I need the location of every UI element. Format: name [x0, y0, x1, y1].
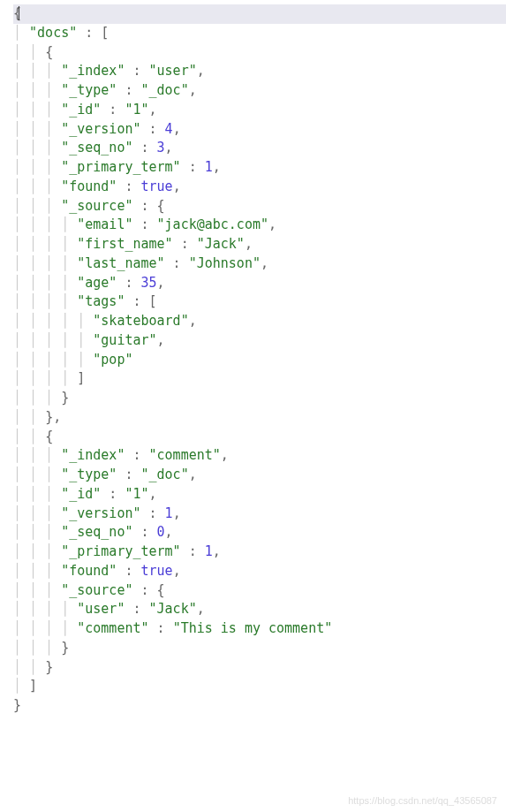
token-brace: ] [29, 678, 37, 694]
token-brace: [ [101, 25, 109, 41]
token-pad: │ │ │ │ [13, 255, 77, 271]
code-line: │ │ │ "_version" : 1, [13, 505, 506, 524]
token-str: "comment" [149, 447, 221, 463]
token-pad: │ │ │ [13, 486, 61, 502]
code-line: │ │ │ } [13, 389, 506, 408]
token-pad: │ │ │ │ │ [13, 332, 93, 348]
token-punct: , [213, 543, 221, 559]
token-num: 1 [205, 543, 213, 559]
token-key: "_primary_term" [61, 543, 180, 559]
token-punct: : [125, 63, 148, 79]
token-brace: { [45, 44, 53, 60]
text-cursor [19, 6, 19, 20]
token-pad: │ │ │ [13, 390, 61, 406]
token-pad: │ │ │ │ [13, 275, 77, 291]
token-punct: : [125, 447, 148, 463]
token-punct: , [173, 505, 181, 521]
code-line: │ │ │ "_primary_term" : 1, [13, 543, 506, 562]
code-line: │ │ │ │ "user" : "Jack", [13, 600, 506, 619]
token-num: 4 [165, 121, 173, 137]
token-pad: │ │ │ │ │ [13, 352, 93, 368]
token-key: "tags" [77, 293, 125, 309]
token-brace: { [45, 429, 53, 444]
token-punct: , [173, 178, 181, 194]
token-punct: , [157, 332, 165, 348]
token-key: "docs" [29, 25, 77, 41]
token-brace: { [157, 198, 165, 214]
token-str: "pop" [93, 352, 132, 368]
token-key: "comment" [77, 620, 148, 636]
token-num: 3 [157, 140, 165, 156]
code-line: │ │ │ "_id" : "1", [13, 485, 506, 505]
token-num: 0 [157, 524, 165, 540]
token-pad: │ │ │ [13, 63, 61, 79]
token-punct: : [117, 82, 140, 98]
code-line: │ │ │ "_version" : 4, [13, 120, 506, 140]
token-pad: │ │ │ [13, 121, 61, 137]
token-pad: │ │ │ [13, 447, 61, 463]
token-num: 1 [205, 159, 213, 175]
token-key: "_index" [61, 63, 125, 79]
token-str: "Jack" [197, 236, 245, 252]
token-punct: , [245, 236, 253, 252]
token-punct: , [197, 601, 205, 617]
code-line: │ │ │ │ ] [13, 369, 506, 389]
token-brace: { [157, 582, 165, 598]
token-key: "_type" [61, 467, 117, 482]
code-line: │ │ │ "_index" : "user", [13, 62, 506, 81]
token-key: "_id" [61, 102, 101, 118]
token-str: "skateboard" [93, 313, 188, 329]
code-line: │ │ │ "_index" : "comment", [13, 446, 506, 466]
token-pad: │ │ [13, 429, 45, 444]
code-line: │ │ │ "_id" : "1", [13, 101, 506, 120]
token-punct: : [149, 620, 173, 636]
token-punct: : [141, 505, 165, 521]
token-str: "user" [149, 63, 197, 79]
token-punct: : [132, 140, 156, 156]
token-brace: { [13, 5, 21, 21]
token-pad: │ │ │ │ [13, 216, 77, 232]
json-code-block: {│ "docs" : [│ │ {│ │ │ "_index" : "user… [13, 4, 506, 716]
token-bool: true [141, 563, 173, 579]
code-line: │ ] [13, 677, 506, 696]
code-line: │ │ │ │ │ "guitar", [13, 331, 506, 351]
token-punct: : [125, 293, 148, 309]
token-key: "_seq_no" [61, 524, 132, 540]
token-punct: , [149, 486, 157, 502]
token-pad: │ │ │ [13, 198, 61, 214]
code-line: │ │ │ │ "comment" : "This is my comment" [13, 619, 506, 639]
token-str: "_doc" [141, 82, 189, 98]
token-punct: : [125, 601, 148, 617]
token-str: "Johnson" [189, 255, 261, 271]
token-punct: , [189, 313, 197, 329]
code-line: │ │ }, [13, 408, 506, 428]
token-str: "guitar" [93, 332, 156, 348]
token-punct: : [117, 178, 140, 194]
token-punct: : [132, 198, 156, 214]
code-line: │ │ │ "_source" : { [13, 581, 506, 601]
token-key: "_id" [61, 486, 101, 502]
token-punct: , [189, 82, 197, 98]
token-punct: , [221, 447, 229, 463]
token-punct: : [101, 102, 125, 118]
token-pad: │ │ [13, 44, 45, 60]
code-line: │ │ │ "found" : true, [13, 178, 506, 197]
token-pad: │ │ │ [13, 82, 61, 98]
token-key: "_version" [61, 121, 140, 137]
token-punct: , [268, 216, 276, 232]
token-punct: : [117, 467, 140, 482]
token-pad: │ │ │ │ [13, 236, 77, 252]
token-brace: ] [77, 370, 85, 386]
token-key: "_seq_no" [61, 140, 132, 156]
token-punct: , [149, 102, 157, 118]
token-punct: , [173, 563, 181, 579]
token-brace: } [45, 409, 53, 425]
token-punct: , [189, 467, 197, 482]
token-str: "1" [125, 102, 148, 118]
token-num: 35 [141, 275, 157, 291]
token-punct: , [165, 524, 173, 540]
token-pad: │ │ │ │ │ [13, 313, 93, 329]
token-key: "found" [61, 178, 117, 194]
token-brace: } [13, 697, 21, 713]
code-line: │ │ │ │ "last_name" : "Johnson", [13, 254, 506, 274]
